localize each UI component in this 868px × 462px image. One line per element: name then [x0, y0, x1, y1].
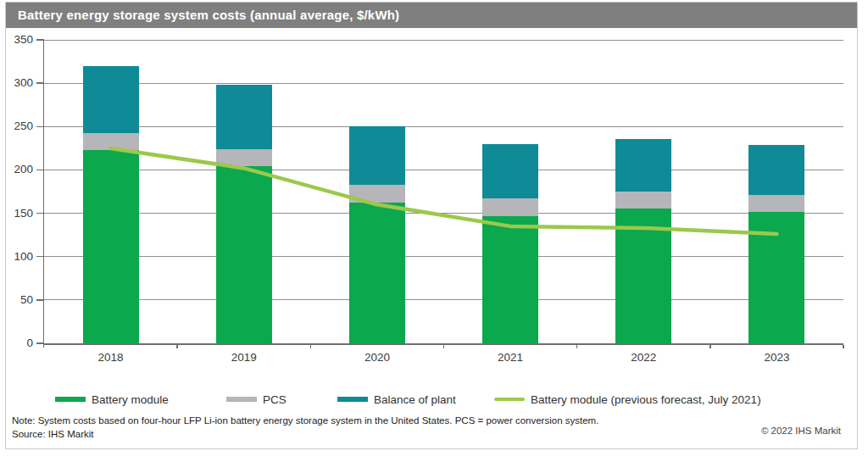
legend-label: PCS — [263, 393, 287, 406]
legend-item-battery-module-previous-forecast-july-2021: Battery module (previous forecast, July … — [494, 392, 761, 406]
legend-bar-swatch — [337, 397, 368, 402]
legend-item-battery-module: Battery module — [55, 392, 169, 406]
legend: Battery modulePCSBalance of plantBattery… — [6, 3, 857, 448]
chart-note: Note: System costs based on four-hour LF… — [12, 415, 598, 426]
chart-source: Source: IHS Markit — [12, 429, 94, 439]
legend-bar-swatch — [55, 397, 86, 402]
legend-label: Battery module — [92, 393, 169, 406]
legend-line-swatch — [494, 398, 525, 401]
chart-copyright: © 2022 IHS Markit — [761, 426, 841, 436]
legend-item-pcs: PCS — [226, 392, 287, 406]
chart-panel: Battery energy storage system costs (ann… — [5, 2, 858, 449]
legend-label: Battery module (previous forecast, July … — [531, 393, 761, 406]
legend-label: Balance of plant — [374, 393, 456, 406]
legend-bar-swatch — [226, 397, 257, 402]
legend-item-balance-of-plant: Balance of plant — [337, 392, 456, 406]
